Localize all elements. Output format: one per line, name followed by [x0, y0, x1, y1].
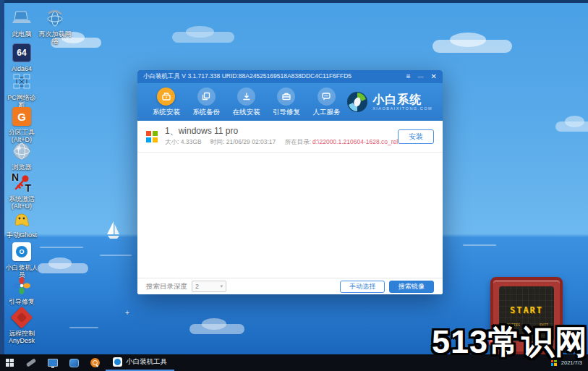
desktop-icon-this-pc[interactable]: 此电脑: [4, 7, 39, 38]
desktop-icon-label: 再次加载网 络: [39, 30, 72, 45]
size-value: 4.33GB: [181, 138, 202, 145]
desktop-icon-reload-network[interactable]: 再次加载网 络: [38, 7, 72, 45]
desktop-icon-label: 浏览器: [12, 163, 32, 171]
aida64-glyph: 64: [12, 43, 31, 62]
window-title: 小白装机工具 V 3.1.717.338 URID:88A24525169518…: [143, 72, 401, 81]
ghost-icon: [11, 208, 33, 230]
window-footer: 搜索目录深度 2 ▾ 手动选择 搜索镜像: [137, 278, 443, 294]
anydesk-icon: [11, 307, 33, 328]
tab-human-service[interactable]: 人工服务: [307, 88, 346, 117]
manual-select-button[interactable]: 手动选择: [340, 281, 385, 293]
windows-logo-icon: [146, 131, 158, 142]
wave: [100, 255, 132, 256]
time-label: 时间:: [210, 138, 224, 145]
network-diagnosis-icon: [11, 71, 33, 93]
reload-network-icon: [44, 7, 66, 29]
chevron-down-icon: ▾: [220, 283, 223, 289]
boot-repair-icon: [11, 275, 33, 297]
wave: [463, 244, 496, 246]
tab-system-backup[interactable]: 系统备份: [186, 88, 226, 117]
desktop-icon-browser[interactable]: 浏览器: [4, 140, 39, 171]
wave: [40, 247, 83, 248]
install-button[interactable]: 安装: [398, 129, 434, 144]
tab-label: 在线安装: [233, 108, 260, 117]
desktop-icon-system-activation[interactable]: N T 系统激活 (Alt+U): [4, 172, 39, 210]
desktop-icon-anydesk[interactable]: 远程控制 AnyDesk: [4, 307, 39, 344]
image-title: 1、windows 11 pro: [165, 126, 398, 136]
brand-domain: XIAOBAIXITONG.COM: [372, 106, 433, 111]
computer-icon: [69, 359, 79, 367]
taskbar-pc-shortcut[interactable]: [64, 354, 85, 371]
desktop-icon-boot-repair[interactable]: 引导修复: [4, 275, 39, 305]
tab-label: 系统安装: [153, 108, 180, 117]
tab-system-install[interactable]: 系统安装: [146, 88, 186, 117]
search-depth-value: 2: [195, 283, 199, 290]
screen-edge-top: [0, 0, 588, 3]
start-button[interactable]: [0, 354, 20, 371]
aida64-icon: 64: [11, 42, 33, 64]
window-content: 1、windows 11 pro 大小: 4.33GB 时间: 21/06/29…: [137, 121, 443, 278]
online-install-icon: [237, 88, 255, 106]
nt-letter-t: T: [25, 182, 31, 194]
xiaobai-tool-window: 小白装机工具 V 3.1.717.338 URID:88A24525169518…: [137, 70, 443, 294]
tab-boot-repair[interactable]: 引导修复: [266, 88, 306, 117]
cloud: [172, 32, 234, 43]
size-label: 大小:: [165, 138, 179, 145]
desktop-icon-network-diagnosis[interactable]: PC网络诊断: [4, 71, 39, 108]
dir-label: 所在目录:: [285, 138, 311, 145]
desktop-icon-aida64[interactable]: 64 Aida64: [4, 42, 39, 72]
desktop-icon-xiaobai-installer[interactable]: O 小白装机人 员: [4, 241, 39, 278]
cloud: [555, 121, 588, 132]
boot-repair-tab-icon: [277, 88, 295, 106]
desktop-icon-diskgenius[interactable]: G 分区工具 (Alt+D): [4, 106, 39, 143]
tab-label: 引导修复: [273, 108, 300, 117]
xiaobai-logo-glyph: O: [16, 246, 27, 257]
windows-start-icon: [6, 359, 14, 367]
taskbar-app-label: 小白装机工具: [126, 357, 167, 367]
taskbar-display-shortcut[interactable]: [42, 354, 64, 371]
cloud: [38, 263, 88, 273]
sparkle-icon: +: [125, 309, 129, 317]
window-tab-bar: 系统安装 系统备份 在线安装 引导修复: [137, 83, 443, 121]
wrench-icon: [26, 358, 36, 367]
xiaobai-app-icon: [113, 357, 122, 367]
desktop-icon-manual-ghost[interactable]: 手动Ghost: [4, 208, 39, 239]
search-depth-label: 搜索目录深度: [146, 282, 187, 291]
image-list-row[interactable]: 1、windows 11 pro 大小: 4.33GB 时间: 21/06/29…: [137, 121, 443, 153]
diskgenius-glyph: G: [12, 107, 31, 126]
brand-logo: 小白系统 XIAOBAIXITONG.COM: [346, 91, 434, 113]
system-backup-icon: [197, 88, 216, 106]
search-depth-select[interactable]: 2 ▾: [192, 281, 226, 292]
desktop-icon-label: 手动Ghost: [7, 231, 37, 239]
human-service-icon: [318, 88, 336, 106]
desktop-icon-label: 引导修复: [9, 298, 35, 305]
desktop-icon-label: 此电脑: [12, 30, 32, 38]
minimize-icon[interactable]: —: [418, 73, 424, 80]
desktop-icon-label: 远程控制 AnyDesk: [9, 330, 35, 344]
tab-label: 人工服务: [312, 108, 340, 117]
tab-label: 系统备份: [192, 108, 220, 117]
xiaobai-installer-icon: O: [11, 241, 33, 263]
desktop-icon-label: 系统激活 (Alt+U): [9, 195, 35, 210]
watermark-text: 513常识网: [432, 320, 588, 364]
window-titlebar: 小白装机工具 V 3.1.717.338 URID:88A24525169518…: [137, 70, 443, 83]
system-install-icon: [157, 88, 175, 106]
sailboat-icon: [106, 220, 122, 242]
cloud: [433, 40, 512, 53]
menu-icon[interactable]: ≡: [406, 73, 411, 80]
taskbar-search-shortcut[interactable]: [85, 354, 106, 371]
close-icon[interactable]: ✕: [431, 73, 437, 80]
time-value: 21/06/29 02:03:17: [226, 138, 276, 145]
dir-value: d:\22000.1.210604-1628.co_release_svc_pr…: [312, 138, 398, 145]
wave: [69, 327, 98, 328]
taskbar-tool-shortcut[interactable]: [20, 354, 42, 371]
arcade-start-text: START: [499, 305, 554, 315]
browser-icon: [11, 140, 33, 162]
cloud: [189, 324, 244, 334]
search-image-button[interactable]: 搜索镜像: [389, 281, 434, 293]
brand-name: 小白系统: [372, 94, 433, 106]
tab-online-install[interactable]: 在线安装: [226, 88, 266, 117]
search-icon: [90, 358, 100, 367]
image-meta: 大小: 4.33GB 时间: 21/06/29 02:03:17 所在目录:d:…: [165, 138, 398, 147]
taskbar-app-xiaobai[interactable]: 小白装机工具: [106, 354, 174, 371]
